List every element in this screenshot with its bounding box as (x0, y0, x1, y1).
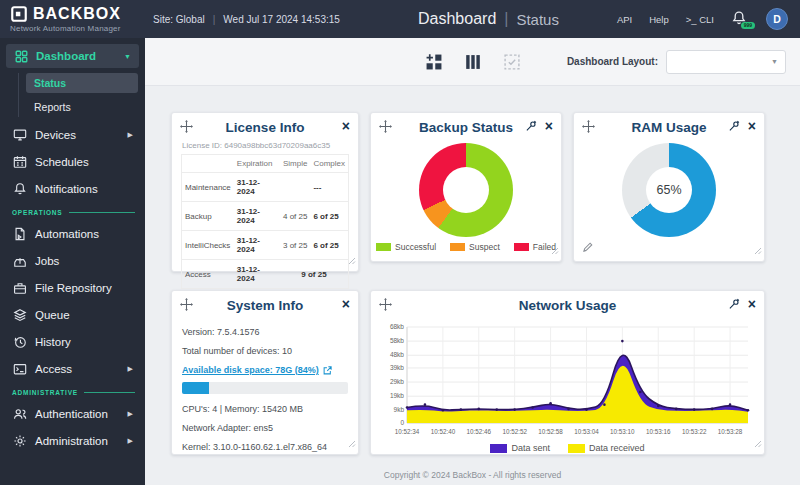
svg-text:58kb: 58kb (390, 337, 404, 344)
terminal-icon (12, 361, 27, 376)
legend-item-data-sent: Data sent (490, 443, 550, 453)
sidebar-item-label: Jobs (35, 255, 135, 267)
resize-handle[interactable] (754, 241, 762, 259)
chart-legend: Successful Suspect Failed (371, 242, 561, 252)
table-row: Maintenance 31-12-2024 --- (182, 173, 349, 202)
chevron-right-icon: ▶ (128, 365, 135, 373)
external-link-icon (323, 366, 332, 375)
briefcase-icon (12, 280, 27, 295)
sidebar-subitem-reports[interactable]: Reports (26, 97, 145, 117)
card-title: System Info (172, 298, 358, 313)
close-icon[interactable]: × (342, 119, 350, 133)
close-icon[interactable]: × (748, 119, 756, 133)
chevron-right-icon: ▶ (128, 437, 135, 445)
svg-text:10:53:28: 10:53:28 (718, 428, 743, 435)
svg-text:10:52:34: 10:52:34 (395, 428, 420, 435)
sidebar-item-jobs[interactable]: Jobs (0, 247, 145, 274)
logo-subtitle: Network Automation Manager (10, 24, 145, 33)
system-cpu-memory: CPU's: 4 | Memory: 15420 MB (182, 404, 348, 414)
sidebar-item-notifications[interactable]: Notifications (0, 175, 145, 202)
logo-title: BACKBOX (33, 5, 121, 23)
gear-icon (12, 433, 27, 448)
dashboard-layout-label: Dashboard Layout: (567, 56, 658, 67)
svg-text:10:53:22: 10:53:22 (682, 428, 707, 435)
breadcrumb: Dashboard | Status (418, 0, 559, 38)
datetime-label: Wed Jul 17 2024 14:53:15 (223, 14, 340, 25)
notification-count-badge: 999 (741, 22, 755, 29)
sidebar-item-label: Queue (35, 309, 135, 321)
sidebar-item-label: File Repository (35, 282, 135, 294)
users-icon (12, 406, 27, 421)
sidebar-item-queue[interactable]: Queue (0, 301, 145, 328)
system-info-card: System Info × Version: 7.5.4.1576 Total … (171, 290, 359, 455)
resize-handle[interactable] (551, 241, 559, 259)
sidebar-item-schedules[interactable]: Schedules (0, 148, 145, 175)
disk-usage-bar (182, 382, 348, 394)
svg-text:0: 0 (400, 419, 404, 426)
backbox-logo-icon (10, 5, 28, 23)
sidebar-item-label: Administration (35, 435, 120, 447)
resize-handle[interactable] (348, 434, 356, 452)
svg-text:68kb: 68kb (390, 323, 404, 330)
license-id: License ID: 6490a98bbc63d70209aa6c35 (172, 139, 358, 154)
sidebar-item-administration[interactable]: Administration ▶ (0, 427, 145, 454)
sidebar-item-label: Authentication (35, 408, 120, 420)
sidebar-subitem-status[interactable]: Status (26, 73, 138, 93)
svg-text:10:52:52: 10:52:52 (502, 428, 527, 435)
user-avatar[interactable]: D (766, 8, 788, 30)
monitor-icon (12, 127, 27, 142)
cli-link[interactable]: >_ CLI (686, 14, 714, 25)
dashboard-layout-select[interactable]: ▼ (666, 50, 786, 74)
close-icon[interactable]: × (748, 297, 756, 311)
sidebar-item-authentication[interactable]: Authentication ▶ (0, 400, 145, 427)
sidebar-item-file-repository[interactable]: File Repository (0, 274, 145, 301)
add-widget-icon[interactable] (425, 53, 442, 70)
sidebar-item-label: Automations (35, 228, 135, 240)
chevron-down-icon: ▼ (124, 53, 131, 60)
backup-status-donut-chart (419, 143, 513, 237)
card-title: Network Usage (371, 298, 764, 313)
resize-handle[interactable] (754, 434, 762, 452)
svg-text:29kb: 29kb (390, 378, 404, 385)
ram-usage-value: 65% (646, 167, 692, 213)
table-row: Backup 31-12-2024 4 of 25 6 of 25 (182, 202, 349, 231)
disk-space-link[interactable]: Available disk space: 78G (84%) (182, 365, 348, 375)
sidebar-item-label: Dashboard (36, 50, 117, 62)
logo: BACKBOX Network Automation Manager (0, 5, 145, 33)
close-icon[interactable]: × (342, 297, 350, 311)
sidebar-section-operations: OPERATIONS (12, 209, 135, 216)
header-separator: | (213, 14, 216, 25)
table-row: IntelliChecks 31-12-2024 3 of 25 6 of 25 (182, 231, 349, 260)
system-network-adapter: Network Adapter: ens5 (182, 423, 348, 433)
notifications-bell-button[interactable]: 999 (731, 10, 749, 28)
pin-icon[interactable] (728, 120, 740, 132)
edit-icon[interactable] (582, 241, 594, 253)
api-link[interactable]: API (617, 14, 632, 25)
legend-item-suspect: Suspect (450, 242, 500, 252)
network-usage-card: Network Usage × 09kb19kb29kb39kb48kb58kb… (370, 290, 765, 455)
columns-layout-icon[interactable] (464, 53, 481, 70)
box-arrow-icon (12, 253, 27, 268)
dashboard-grid-icon (14, 49, 29, 64)
sidebar-item-dashboard[interactable]: Dashboard ▼ (6, 44, 139, 68)
system-version: Version: 7.5.4.1576 (182, 327, 348, 337)
svg-text:10:52:40: 10:52:40 (431, 428, 456, 435)
main-content: Dashboard Layout: ▼ License Info × Licen… (145, 38, 800, 485)
svg-text:19kb: 19kb (390, 392, 404, 399)
close-icon[interactable]: × (545, 119, 553, 133)
sidebar-item-history[interactable]: History (0, 328, 145, 355)
network-usage-area-chart: 09kb19kb29kb39kb48kb58kb68kb10:52:3410:5… (377, 321, 758, 441)
sidebar-item-access[interactable]: Access ▶ (0, 355, 145, 382)
svg-text:10:52:58: 10:52:58 (538, 428, 563, 435)
page-title: Dashboard (418, 10, 496, 28)
sidebar-item-automations[interactable]: Automations (0, 220, 145, 247)
help-link[interactable]: Help (649, 14, 669, 25)
select-widgets-icon[interactable] (503, 53, 520, 70)
chevron-down-icon: ▼ (771, 58, 778, 65)
pin-icon[interactable] (728, 298, 740, 310)
resize-handle[interactable] (348, 251, 356, 269)
chevron-right-icon: ▶ (128, 131, 135, 139)
site-label: Site: Global (153, 14, 205, 25)
sidebar-item-devices[interactable]: Devices ▶ (0, 121, 145, 148)
pin-icon[interactable] (525, 120, 537, 132)
